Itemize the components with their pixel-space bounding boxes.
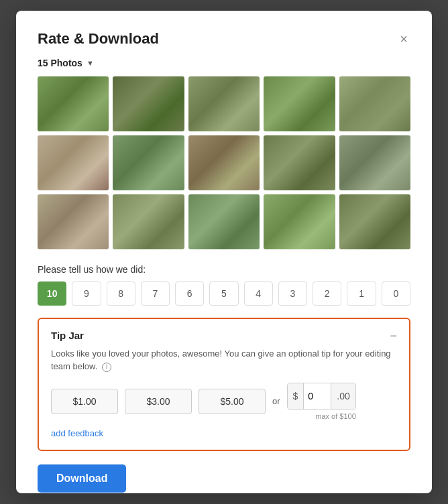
rating-btn-4[interactable]: 4 (244, 281, 273, 306)
photo-thumb-7[interactable] (113, 135, 184, 190)
photos-count-label: 15 Photos (38, 58, 82, 68)
rating-btn-0[interactable]: 0 (382, 281, 410, 306)
rating-btn-8[interactable]: 8 (107, 281, 135, 306)
add-feedback-link[interactable]: add feedback (51, 428, 103, 438)
photo-grid (38, 76, 410, 249)
tip-custom-input[interactable] (304, 383, 331, 409)
photo-thumb-4[interactable] (264, 76, 335, 131)
rating-btn-5[interactable]: 5 (209, 281, 238, 306)
rating-btn-2[interactable]: 2 (313, 281, 341, 306)
rating-btn-3[interactable]: 3 (278, 281, 307, 306)
modal-title: Rate & Download (38, 30, 159, 48)
photo-thumb-13[interactable] (188, 194, 260, 249)
photo-thumb-3[interactable] (188, 76, 260, 131)
rating-btn-7[interactable]: 7 (141, 281, 170, 306)
close-button[interactable]: × (397, 29, 410, 48)
rate-download-modal: Rate & Download × 15 Photos ▼ (16, 11, 432, 493)
tip-jar-description: Looks like you loved your photos, awesom… (51, 347, 397, 373)
info-icon[interactable]: i (102, 363, 111, 372)
photo-thumb-14[interactable] (264, 194, 335, 249)
rating-section: Please tell us how we did: 10 9 8 7 6 5 … (38, 264, 410, 306)
rating-btn-1[interactable]: 1 (347, 281, 376, 306)
tip-custom-input-group: $ .00 (287, 383, 356, 410)
tip-custom-suffix: .00 (331, 383, 355, 409)
photos-dropdown-arrow: ▼ (87, 59, 94, 67)
rating-label: Please tell us how we did: (38, 264, 410, 275)
tip-custom-prefix: $ (288, 383, 304, 409)
tip-or-label: or (272, 396, 280, 406)
tip-jar-header: Tip Jar − (51, 330, 397, 342)
rating-btn-10[interactable]: 10 (38, 281, 66, 306)
download-section: Download or download originals (38, 464, 410, 493)
photo-thumb-11[interactable] (38, 194, 109, 249)
tip-options-row: $1.00 $3.00 $5.00 or $ .00 max of $100 (51, 383, 397, 420)
photos-count-row[interactable]: 15 Photos ▼ (38, 58, 410, 68)
tip-amount-3[interactable]: $3.00 (125, 389, 192, 414)
photo-thumb-9[interactable] (264, 135, 335, 190)
photo-thumb-8[interactable] (188, 135, 260, 190)
rating-btn-6[interactable]: 6 (175, 281, 204, 306)
rating-btn-9[interactable]: 9 (72, 281, 101, 306)
tip-amount-1[interactable]: $1.00 (51, 389, 118, 414)
photo-thumb-6[interactable] (38, 135, 109, 190)
tip-jar-collapse-button[interactable]: − (390, 330, 397, 342)
photo-thumb-12[interactable] (113, 194, 184, 249)
photo-thumb-2[interactable] (113, 76, 184, 131)
tip-custom-wrapper: $ .00 max of $100 (287, 383, 356, 420)
photo-thumb-10[interactable] (339, 135, 410, 190)
tip-jar-section: Tip Jar − Looks like you loved your phot… (38, 318, 410, 451)
tip-jar-title: Tip Jar (51, 330, 84, 341)
photo-thumb-1[interactable] (38, 76, 109, 131)
rating-row: 10 9 8 7 6 5 4 3 2 1 0 (38, 281, 410, 306)
photo-thumb-5[interactable] (339, 76, 410, 131)
modal-header: Rate & Download × (38, 29, 410, 48)
tip-amount-5[interactable]: $5.00 (199, 389, 266, 414)
modal-overlay: Rate & Download × 15 Photos ▼ (0, 0, 448, 504)
tip-max-label: max of $100 (287, 412, 356, 420)
photo-thumb-15[interactable] (339, 194, 410, 249)
download-button[interactable]: Download (38, 464, 126, 493)
